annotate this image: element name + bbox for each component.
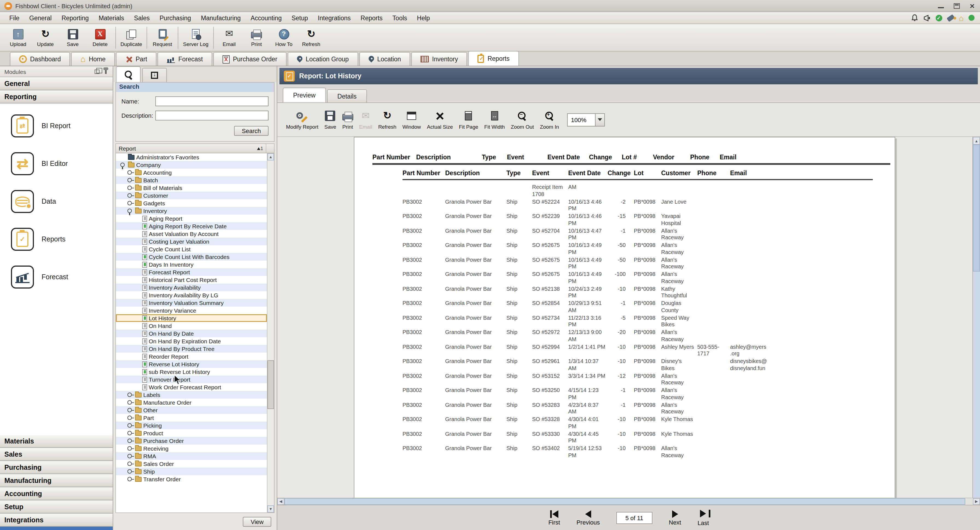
sidebar-section[interactable]: Accounting (0, 487, 113, 500)
tree-node[interactable]: Bill of Materials (116, 184, 267, 192)
tree-node[interactable]: Labels (116, 391, 267, 399)
menu-item[interactable]: General (24, 12, 57, 24)
tree-node[interactable]: Customer (116, 192, 267, 199)
menu-item[interactable]: Materials (94, 12, 129, 24)
sidebar-section[interactable]: Purchasing (0, 461, 113, 474)
sidebar-section-reporting[interactable]: Reporting (0, 90, 113, 104)
preview-horizontal-scrollbar[interactable]: ◀ ▶ (277, 498, 980, 505)
menu-item[interactable]: Integrations (313, 12, 355, 24)
menu-item[interactable]: Manufacturing (196, 12, 246, 24)
tree-node[interactable]: Aging Report (116, 215, 267, 222)
tab-dashboard[interactable]: Dashboard (10, 52, 70, 66)
sidebar-item-reports[interactable]: ✓Reports (11, 228, 113, 251)
tree-node[interactable]: Aging Report By Receive Date (116, 222, 267, 230)
import-tab[interactable] (142, 68, 167, 82)
tree-node[interactable]: Transfer Order (116, 475, 267, 483)
name-input[interactable] (155, 96, 269, 106)
save-button[interactable]: Save (59, 28, 86, 47)
tab-preview[interactable]: Preview (283, 88, 326, 102)
zoom-level-value[interactable]: 100% (567, 113, 595, 126)
tree-expander-icon[interactable] (127, 437, 134, 444)
tree-node[interactable]: Cycle Count List With Barcodes (116, 253, 267, 260)
horizontal-scrollbar-thumb[interactable] (285, 498, 965, 505)
preview-refresh-button[interactable]: ↻Refresh (378, 110, 396, 129)
first-page-button[interactable]: First (548, 510, 560, 525)
fit-page-button[interactable]: Fit Page (459, 110, 478, 129)
preview-vertical-scrollbar[interactable]: ▲ (972, 137, 980, 498)
tree-expander-icon[interactable] (127, 430, 134, 436)
fit-width-button[interactable]: ↔Fit Width (484, 110, 505, 129)
pin-panel-icon[interactable] (105, 69, 107, 73)
tag-icon[interactable] (947, 14, 955, 22)
duplicate-button[interactable]: Duplicate (118, 28, 145, 47)
tree-expander-icon[interactable] (127, 177, 134, 184)
tree-node[interactable]: Part (116, 414, 267, 421)
preview-print-button[interactable]: Print (342, 110, 353, 129)
tree-node[interactable]: Reorder Report (116, 353, 267, 360)
tree-node[interactable]: Lot History (116, 314, 267, 322)
sidebar-item-data[interactable]: Data (11, 190, 113, 213)
tree-node[interactable]: Company (116, 161, 267, 169)
tree-expander-icon[interactable] (127, 185, 134, 191)
tree-expander-icon[interactable] (127, 399, 134, 406)
zoom-level-combo[interactable]: 100% (567, 113, 605, 126)
menu-item[interactable]: Accounting (245, 12, 286, 24)
megaphone-icon[interactable] (923, 14, 931, 21)
tree-scrollbar[interactable]: ▲ ▼ (267, 153, 274, 512)
float-panel-icon[interactable] (95, 69, 100, 73)
menu-item[interactable]: Purchasing (155, 12, 196, 24)
tree-node[interactable]: Days In Inventory (116, 260, 267, 268)
view-button[interactable]: View (243, 517, 271, 527)
actual-size-button[interactable]: Actual Size (427, 110, 453, 129)
server-log-button[interactable]: Server Log (180, 28, 212, 47)
tree-node[interactable]: sub Reverse Lot History (116, 368, 267, 375)
scroll-up-icon[interactable]: ▲ (973, 137, 980, 145)
status-check-icon[interactable]: ✓ (935, 14, 942, 21)
scroll-left-icon[interactable]: ◀ (277, 498, 285, 505)
sidebar-section[interactable]: Sales (0, 448, 113, 461)
tree-expander-icon[interactable] (127, 407, 134, 413)
tree-node[interactable]: Forecast Report (116, 268, 267, 276)
tree-node[interactable]: Receiving (116, 445, 267, 452)
description-input[interactable] (155, 110, 269, 120)
tree-node[interactable]: On Hand (116, 322, 267, 330)
tree-node[interactable]: Inventory Availability By LG (116, 291, 267, 299)
tree-node[interactable]: Costing Layer Valuation (116, 238, 267, 245)
preview-scrollbar-thumb[interactable] (973, 145, 980, 271)
tree-expander-icon[interactable] (120, 161, 126, 168)
sidebar-section[interactable]: Materials (0, 435, 113, 448)
sidebar-item-bi-report[interactable]: ⇄BI Report (11, 115, 113, 137)
modify-report-button[interactable]: Modify Report (286, 110, 318, 129)
tab-home[interactable]: ⌂Home (72, 52, 115, 66)
tab-forecast[interactable]: Forecast (158, 52, 212, 66)
sidebar-section[interactable]: Setup (0, 500, 113, 514)
tree-node[interactable]: Ship (116, 468, 267, 475)
sidebar-section[interactable]: Manufacturing (0, 474, 113, 487)
update-button[interactable]: ↻Update (32, 28, 59, 47)
zoom-out-button[interactable]: −Zoom Out (511, 110, 534, 129)
tree-node[interactable]: On Hand By Date (116, 330, 267, 337)
tree-expander-icon[interactable] (127, 391, 134, 398)
menu-item[interactable]: Tools (387, 12, 412, 24)
scroll-down-icon[interactable]: ▼ (267, 505, 274, 512)
menu-item[interactable]: File (5, 12, 24, 24)
tree-node[interactable]: Turnover Report (116, 375, 267, 383)
tree-node[interactable]: Inventory (116, 207, 267, 215)
tab-details[interactable]: Details (327, 89, 367, 102)
tree-node[interactable]: On Hand By Expiration Date (116, 337, 267, 345)
scroll-up-icon[interactable]: ▲ (267, 153, 274, 160)
next-page-button[interactable]: Next (669, 510, 681, 525)
tree-column-header[interactable]: Report 1 (116, 144, 274, 153)
tree-scrollbar-thumb[interactable] (267, 361, 274, 409)
sidebar-section[interactable]: Integrations (0, 514, 113, 527)
tree-expander-icon[interactable] (127, 169, 134, 176)
tree-node[interactable]: Product (116, 429, 267, 437)
tree-node[interactable]: Asset Valuation By Account (116, 230, 267, 238)
tab-purchase-order[interactable]: XPurchase Order (213, 52, 286, 66)
tab-part[interactable]: Part (116, 52, 156, 66)
previous-page-button[interactable]: Previous (576, 510, 600, 525)
menu-item[interactable]: Reports (356, 12, 388, 24)
last-page-button[interactable]: Last (698, 509, 709, 526)
window-button[interactable]: Window (402, 110, 421, 129)
menu-item[interactable]: Reporting (57, 12, 94, 24)
